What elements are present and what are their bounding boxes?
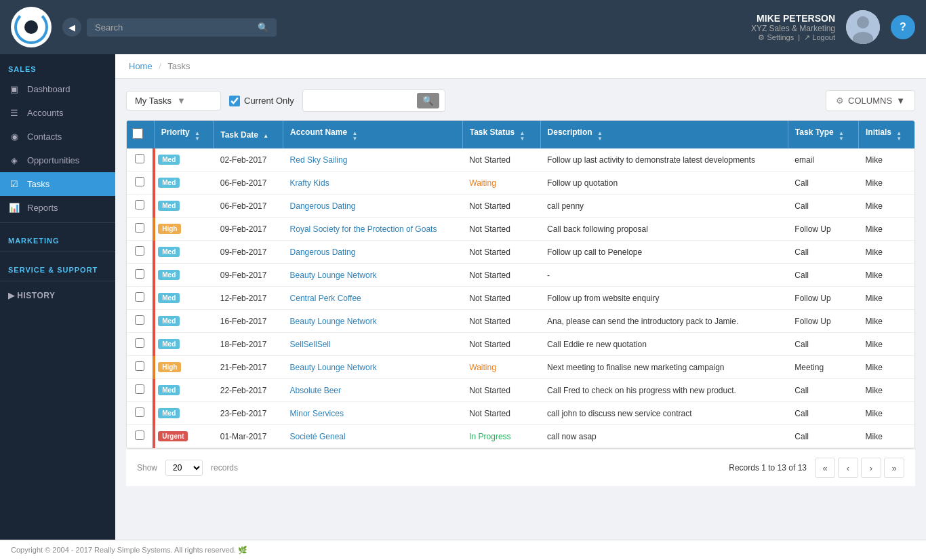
row-checkbox[interactable] [135, 154, 144, 163]
cell-account-name[interactable]: SellSellSell [283, 333, 463, 356]
row-checkbox[interactable] [135, 361, 144, 371]
cell-account-name[interactable]: Dangerous Dating [283, 241, 463, 264]
search-input[interactable] [95, 22, 252, 33]
current-only-checkbox[interactable] [229, 96, 240, 106]
cell-account-name[interactable]: Beauty Lounge Network [283, 264, 463, 287]
header-task-type[interactable]: Task Type ▲▼ [788, 121, 858, 148]
sidebar-history-toggle[interactable]: ▶ HISTORY [0, 284, 115, 307]
header-description[interactable]: Description ▲▼ [540, 121, 788, 148]
columns-button[interactable]: ⚙ COLUMNS ▼ [826, 90, 915, 111]
cell-task-type: Meeting [788, 356, 858, 379]
records-count: Records 1 to 13 of 13 [729, 463, 807, 473]
cell-account-name[interactable]: Minor Services [283, 402, 463, 425]
cell-description: call penny [540, 195, 788, 218]
reports-icon: 📊 [8, 203, 20, 213]
cell-initials: Mike [858, 172, 914, 195]
cell-account-name[interactable]: Beauty Lounge Network [283, 310, 463, 333]
show-select[interactable]: 10 20 50 100 [165, 460, 203, 476]
row-checkbox[interactable] [135, 431, 144, 440]
table-row: Med16-Feb-2017Beauty Lounge NetworkNot S… [127, 310, 914, 333]
row-checkbox[interactable] [135, 269, 144, 279]
header-task-status[interactable]: Task Status ▲▼ [462, 121, 540, 148]
filter-dropdown[interactable]: My Tasks ▼ [126, 91, 221, 111]
cell-priority: Med [154, 241, 213, 264]
cell-task-status: Not Started [462, 402, 540, 425]
row-checkbox[interactable] [135, 246, 144, 256]
header-initials[interactable]: Initials ▲▼ [858, 121, 914, 148]
prev-page-button[interactable]: ‹ [838, 458, 858, 478]
cell-account-name[interactable]: Krafty Kids [283, 172, 463, 195]
cell-priority: Med [154, 333, 213, 356]
table-row: High21-Feb-2017Beauty Lounge NetworkWait… [127, 356, 914, 379]
next-page-button[interactable]: › [861, 458, 881, 478]
records-label: records [211, 463, 238, 473]
breadcrumb-home[interactable]: Home [129, 61, 153, 71]
row-checkbox[interactable] [135, 177, 144, 186]
search-box: 🔍 [87, 18, 277, 37]
row-checkbox[interactable] [135, 384, 144, 394]
accounts-icon: ☰ [8, 108, 20, 118]
cell-account-name[interactable]: Royal Society for the Protection of Goat… [283, 218, 463, 241]
cell-account-name[interactable]: Societé Geneal [283, 425, 463, 448]
cell-task-date: 18-Feb-2017 [214, 333, 283, 356]
avatar [846, 10, 880, 44]
copyright-text: Copyright © 2004 - 2017 Really Simple Sy… [11, 546, 236, 554]
filter-search-button[interactable]: 🔍 [417, 93, 439, 108]
row-checkbox[interactable] [135, 315, 144, 325]
cell-description: Call Eddie re new quotation [540, 333, 788, 356]
sidebar-item-opportunities[interactable]: ◈ Opportunities [0, 148, 115, 172]
last-page-button[interactable]: » [884, 458, 904, 478]
row-checkbox[interactable] [135, 223, 144, 233]
sidebar-service-label: SERVICE & SUPPORT [0, 255, 115, 278]
sidebar-collapse-button[interactable]: ◀ [62, 18, 81, 37]
help-button[interactable]: ? [891, 15, 915, 39]
row-checkbox[interactable] [135, 200, 144, 209]
header-task-date[interactable]: Task Date ▲ [214, 121, 283, 148]
columns-label: COLUMNS [848, 96, 892, 106]
select-all-checkbox[interactable] [132, 128, 143, 139]
cell-account-name[interactable]: Red Sky Sailing [283, 148, 463, 172]
columns-chevron-icon: ▼ [896, 96, 905, 106]
cell-task-type: Call [788, 172, 858, 195]
tasks-table: Priority ▲▼ Task Date ▲ Account Name ▲▼ … [127, 121, 914, 448]
row-checkbox[interactable] [135, 338, 144, 348]
cell-initials: Mike [858, 264, 914, 287]
row-checkbox[interactable] [135, 407, 144, 417]
search-icon[interactable]: 🔍 [258, 22, 268, 33]
sidebar-item-contacts[interactable]: ◉ Contacts [0, 125, 115, 148]
cell-task-type: Call [788, 333, 858, 356]
sidebar: SALES ▣ Dashboard ☰ Accounts ◉ Contacts … [0, 54, 115, 540]
show-label: Show [137, 463, 157, 473]
cell-task-date: 09-Feb-2017 [214, 241, 283, 264]
filter-search-input[interactable] [308, 96, 417, 106]
sidebar-item-reports[interactable]: 📊 Reports [0, 196, 115, 220]
settings-link[interactable]: Settings [767, 33, 794, 41]
breadcrumb: Home / Tasks [129, 61, 190, 71]
cell-task-type: Call [788, 195, 858, 218]
sidebar-item-tasks[interactable]: ☑ Tasks [0, 172, 115, 196]
cell-task-date: 23-Feb-2017 [214, 402, 283, 425]
priority-badge: High [158, 362, 181, 372]
header-priority[interactable]: Priority ▲▼ [154, 121, 213, 148]
header-account-name[interactable]: Account Name ▲▼ [283, 121, 463, 148]
user-links: ⚙ Settings | ↗ Logout [751, 33, 835, 42]
first-page-button[interactable]: « [815, 458, 835, 478]
columns-gear-icon: ⚙ [836, 96, 844, 106]
cell-account-name[interactable]: Central Perk Coffee [283, 287, 463, 310]
chevron-down-icon: ▼ [177, 96, 186, 106]
row-checkbox[interactable] [135, 292, 144, 302]
cell-initials: Mike [858, 379, 914, 402]
cell-priority: Med [154, 310, 213, 333]
cell-task-status: Not Started [462, 379, 540, 402]
cell-initials: Mike [858, 356, 914, 379]
cell-account-name[interactable]: Dangerous Dating [283, 195, 463, 218]
sidebar-item-accounts[interactable]: ☰ Accounts [0, 101, 115, 125]
cell-account-name[interactable]: Absolute Beer [283, 379, 463, 402]
cell-task-date: 16-Feb-2017 [214, 310, 283, 333]
cell-initials: Mike [858, 148, 914, 172]
user-company: XYZ Sales & Marketing [751, 24, 835, 33]
cell-account-name[interactable]: Beauty Lounge Network [283, 356, 463, 379]
logout-link[interactable]: Logout [812, 33, 835, 41]
table-row: Med23-Feb-2017Minor ServicesNot Startedc… [127, 402, 914, 425]
sidebar-item-dashboard[interactable]: ▣ Dashboard [0, 77, 115, 101]
